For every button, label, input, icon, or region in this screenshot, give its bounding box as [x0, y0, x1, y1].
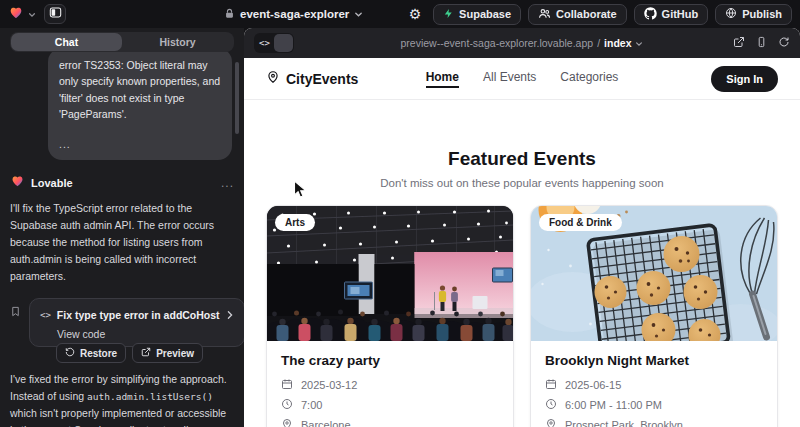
tab-history[interactable]: History — [122, 33, 233, 51]
view-code-link[interactable]: View code — [57, 328, 234, 340]
preview-toolbar: <> preview--event-saga-explorer.lovable.… — [244, 28, 800, 58]
lovable-menu-button[interactable] — [8, 4, 36, 24]
event-location: Prospect Park, Brooklyn — [565, 419, 683, 427]
project-switcher[interactable]: event-saga-explorer — [224, 0, 363, 28]
event-title: The crazy party — [281, 353, 499, 368]
calendar-icon — [545, 378, 557, 392]
project-name: event-saga-explorer — [240, 8, 349, 20]
code-preview-toggle[interactable]: <> — [254, 33, 294, 53]
collaborate-button[interactable]: Collaborate — [528, 4, 627, 25]
app-window: event-saga-explorer ⚙ Supabase Collabora… — [0, 0, 800, 427]
message-actions: Restore Preview — [10, 343, 203, 363]
lovable-heart-icon — [10, 173, 25, 192]
event-location-row: Prospect Park, Brooklyn — [545, 418, 763, 427]
preview-page: index — [604, 37, 631, 49]
restore-label: Restore — [80, 348, 117, 359]
preview-label: Preview — [156, 348, 194, 359]
site-canvas: CityEvents Home All Events Categories Si… — [244, 58, 800, 427]
code-change-row: <> Fix type type error in addCoHost View… — [10, 298, 234, 347]
event-time-row: 6:00 PM - 11:00 PM — [545, 398, 763, 412]
category-badge: Food & Drink — [539, 214, 622, 231]
nav-categories[interactable]: Categories — [560, 70, 618, 88]
github-button[interactable]: GitHub — [634, 4, 709, 25]
clock-icon — [545, 398, 557, 412]
preview-url: preview--event-saga-explorer.lovable.app — [401, 37, 594, 49]
code-icon: <> — [40, 310, 51, 320]
supabase-button[interactable]: Supabase — [433, 4, 521, 25]
map-pin-icon — [545, 418, 557, 427]
url-separator: / — [597, 37, 600, 49]
collaborate-label: Collaborate — [556, 8, 617, 20]
code-change-title: Fix type type error in addCoHost — [57, 309, 220, 321]
top-bar: event-saga-explorer ⚙ Supabase Collabora… — [0, 0, 800, 28]
chat-sidebar: Chat History error TS2353: Object litera… — [0, 28, 244, 427]
event-card-body: The crazy party 2025-03-12 7:00 — [267, 341, 513, 427]
chat-history-tabs: Chat History — [10, 32, 234, 52]
user-message-ellipsis: ... — [59, 136, 221, 152]
chevron-down-icon — [28, 5, 36, 23]
bookmark-icon[interactable] — [10, 304, 21, 322]
code-change-card[interactable]: <> Fix type type error in addCoHost View… — [29, 298, 244, 347]
preview-button[interactable]: Preview — [132, 343, 203, 363]
event-location: Barcelone — [301, 419, 351, 427]
category-badge: Arts — [275, 214, 315, 231]
open-external-button[interactable] — [733, 34, 745, 52]
event-time: 6:00 PM - 11:00 PM — [565, 399, 662, 411]
event-image-party: Arts — [267, 206, 513, 341]
lock-icon — [224, 5, 235, 23]
chevron-right-icon — [226, 306, 234, 324]
main-split: Chat History error TS2353: Object litera… — [0, 28, 800, 427]
event-card-body: Brooklyn Night Market 2025-06-15 6:00 PM… — [531, 341, 777, 427]
lovable-heart-icon — [8, 4, 24, 24]
chevron-down-icon — [354, 5, 363, 23]
user-message-bubble: error TS2353: Object literal may only sp… — [48, 48, 232, 160]
mobile-view-button[interactable] — [756, 34, 767, 52]
event-card-crazy-party[interactable]: Arts The crazy party 2025-03-12 — [266, 205, 514, 427]
chat-scrollbar[interactable] — [235, 62, 239, 134]
restore-icon — [65, 347, 75, 359]
outro-code-1: auth.admin.listUsers() — [87, 391, 213, 402]
assistant-outro-text: I've fixed the error by simplifying the … — [10, 371, 234, 427]
nav-all-events[interactable]: All Events — [483, 70, 536, 88]
calendar-icon — [281, 378, 293, 392]
chevron-down-icon — [635, 34, 643, 52]
section-subtitle: Don't miss out on these popular events h… — [244, 177, 800, 189]
preview-pane: <> preview--event-saga-explorer.lovable.… — [244, 28, 800, 427]
event-title: Brooklyn Night Market — [545, 353, 763, 368]
site-header: CityEvents Home All Events Categories Si… — [244, 58, 800, 100]
external-link-icon — [141, 347, 151, 359]
event-card-brooklyn-market[interactable]: Food & Drink Brooklyn Night Market 2025-… — [530, 205, 778, 427]
message-menu-button[interactable]: ... — [221, 176, 234, 190]
publish-label: Publish — [742, 8, 782, 20]
clock-icon — [281, 398, 293, 412]
section-title: Featured Events — [244, 148, 800, 170]
preview-view-segment[interactable] — [274, 34, 293, 52]
outro-text-2: which isn't properly implemented or acce… — [10, 407, 226, 427]
featured-section-header: Featured Events Don't miss out on these … — [244, 100, 800, 189]
assistant-name: Lovable — [31, 177, 73, 189]
nav-home[interactable]: Home — [426, 70, 459, 88]
assistant-header: Lovable ... — [10, 173, 234, 192]
sidebar-toggle-button[interactable] — [44, 4, 66, 24]
panel-layout-icon — [49, 5, 62, 23]
sign-in-button[interactable]: Sign In — [711, 66, 778, 92]
restore-button[interactable]: Restore — [56, 343, 126, 363]
supabase-bolt-icon — [443, 8, 454, 21]
event-time-row: 7:00 — [281, 398, 499, 412]
event-date-row: 2025-06-15 — [545, 378, 763, 392]
user-message-text: error TS2353: Object literal may only sp… — [59, 57, 221, 122]
tab-chat[interactable]: Chat — [11, 33, 122, 51]
top-bar-actions: ⚙ Supabase Collaborate GitHub — [404, 3, 792, 25]
event-cards: Arts The crazy party 2025-03-12 — [244, 189, 800, 427]
event-date: 2025-03-12 — [301, 379, 357, 391]
supabase-label: Supabase — [459, 8, 511, 20]
github-icon — [644, 7, 657, 22]
gear-icon: ⚙ — [409, 7, 422, 21]
settings-button[interactable]: ⚙ — [404, 3, 426, 25]
publish-button[interactable]: Publish — [715, 4, 792, 25]
assistant-intro-text: I'll fix the TypeScript error related to… — [10, 200, 234, 284]
code-view-segment[interactable]: <> — [255, 34, 274, 52]
refresh-button[interactable] — [778, 34, 790, 52]
github-label: GitHub — [662, 8, 699, 20]
code-icon: <> — [259, 38, 270, 48]
